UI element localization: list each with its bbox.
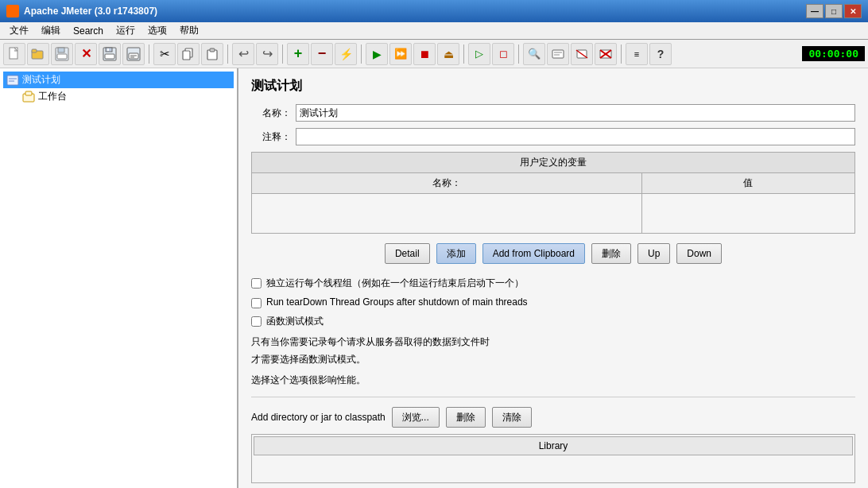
- tree-item-workbench[interactable]: 工作台: [19, 88, 234, 105]
- checkbox1-label: 独立运行每个线程组（例如在一个组运行结束后启动下一个）: [266, 277, 524, 290]
- sep1: [149, 45, 149, 64]
- checkbox3-label: 函数测试模式: [266, 315, 324, 328]
- test-plan-icon: [6, 74, 19, 87]
- vars-buttons: Detail 添加 Add from Clipboard 删除 Up Down: [251, 243, 855, 264]
- undo-button[interactable]: ↩: [232, 43, 254, 65]
- svg-rect-8: [105, 54, 114, 59]
- tree-item-workbench-label: 工作台: [38, 90, 67, 103]
- open-button[interactable]: [27, 43, 49, 65]
- minimize-button[interactable]: —: [806, 4, 823, 18]
- menu-options[interactable]: 选项: [141, 22, 173, 39]
- vars-title: 用户定义的变量: [251, 152, 855, 172]
- clear-all-button[interactable]: [595, 43, 617, 65]
- toolbar: ✕ ✂ ↩ ↪ + − ⚡ ▶ ⏩ ⏹ ⏏ ▷ ◻ 🔍: [0, 40, 868, 68]
- save-button[interactable]: [99, 43, 121, 65]
- redo-button[interactable]: ↪: [256, 43, 278, 65]
- remote-stop-button[interactable]: ◻: [492, 43, 514, 65]
- add-from-clipboard-button[interactable]: Add from Clipboard: [482, 243, 585, 264]
- panel-content: 测试计划 名称： 注释： 用户定义的变量 名称： 值: [238, 68, 868, 488]
- svg-rect-30: [25, 91, 32, 95]
- menu-bar: 文件 编辑 Search 运行 选项 帮助: [0, 22, 868, 40]
- library-cell: [254, 457, 853, 481]
- left-panel: 测试计划 工作台: [0, 68, 238, 488]
- svg-rect-2: [32, 49, 37, 52]
- svg-rect-5: [57, 54, 67, 59]
- checkbox1-row: 独立运行每个线程组（例如在一个组运行结束后启动下一个）: [251, 277, 855, 290]
- sep2: [227, 45, 228, 64]
- checkbox2[interactable]: [251, 298, 262, 308]
- sep5: [463, 45, 464, 64]
- comment-label: 注释：: [251, 130, 291, 144]
- menu-search[interactable]: Search: [67, 24, 110, 38]
- vars-section: 用户定义的变量 名称： 值: [251, 152, 855, 234]
- save-as-button[interactable]: [51, 43, 73, 65]
- new-button[interactable]: [3, 43, 25, 65]
- detail-button[interactable]: Detail: [385, 243, 430, 264]
- vars-table: 名称： 值: [251, 172, 855, 234]
- menu-file[interactable]: 文件: [3, 22, 35, 39]
- menu-help[interactable]: 帮助: [173, 22, 205, 39]
- clear-classpath-button[interactable]: 清除: [492, 407, 532, 428]
- help-toolbar-button[interactable]: ?: [649, 43, 672, 65]
- classpath-section: Add directory or jar to classpath 浏览... …: [251, 397, 855, 483]
- close-test-button[interactable]: ✕: [75, 43, 97, 65]
- checkbox2-label: Run tearDown Thread Groups after shutdow…: [266, 296, 528, 308]
- classpath-label: Add directory or jar to classpath: [251, 412, 386, 423]
- tree-child: 工作台: [19, 88, 234, 105]
- library-header: Library: [254, 436, 853, 455]
- copy-button[interactable]: [177, 43, 200, 65]
- remote-start-button[interactable]: ▷: [468, 43, 490, 65]
- right-panel: 测试计划 名称： 注释： 用户定义的变量 名称： 值: [238, 68, 868, 488]
- svg-rect-17: [210, 48, 215, 52]
- run-no-pause-button[interactable]: ⏩: [389, 43, 412, 65]
- sep6: [518, 45, 519, 64]
- browse-button[interactable]: 浏览...: [392, 407, 440, 428]
- down-button[interactable]: Down: [676, 243, 722, 264]
- library-empty-row: [254, 457, 853, 481]
- title-bar-text: Apache JMeter (3.0 r1743807): [24, 6, 806, 17]
- svg-rect-18: [552, 50, 564, 58]
- add-var-button[interactable]: 添加: [436, 243, 476, 264]
- sep7: [621, 45, 622, 64]
- timer-display: 00:00:00: [802, 46, 865, 61]
- tree-item-test-plan-label: 测试计划: [22, 73, 60, 87]
- comment-row: 注释：: [251, 128, 855, 145]
- delete-classpath-button[interactable]: 删除: [446, 407, 486, 428]
- log-button[interactable]: ≡: [626, 43, 648, 65]
- vars-name-cell: [252, 194, 642, 234]
- name-input[interactable]: [296, 104, 855, 122]
- delete-var-button[interactable]: 删除: [591, 243, 631, 264]
- cut-button[interactable]: ✂: [153, 43, 176, 65]
- svg-rect-9: [107, 48, 109, 51]
- info-text4: 选择这个选项很影响性能。: [251, 373, 855, 387]
- vars-empty-row: [252, 194, 855, 234]
- close-button[interactable]: ✕: [844, 4, 862, 18]
- remove-button[interactable]: −: [311, 43, 333, 65]
- title-bar-controls: — □ ✕: [806, 4, 862, 18]
- info-text2: 才需要选择函数测试模式。: [251, 352, 855, 366]
- stop-button[interactable]: ⏹: [413, 43, 436, 65]
- paste-button[interactable]: [201, 43, 223, 65]
- clear-button[interactable]: [571, 43, 593, 65]
- library-table: Library: [251, 434, 855, 483]
- add-button[interactable]: +: [287, 43, 309, 65]
- tree-item-test-plan[interactable]: 测试计划: [3, 72, 234, 88]
- shutdown-button[interactable]: ⏏: [437, 43, 459, 65]
- toggle-button[interactable]: ⚡: [335, 43, 357, 65]
- sep3: [282, 45, 283, 64]
- up-button[interactable]: Up: [637, 243, 670, 264]
- menu-edit[interactable]: 编辑: [35, 22, 67, 39]
- search-toolbar-button[interactable]: 🔍: [523, 43, 545, 65]
- results-button[interactable]: [547, 43, 569, 65]
- run-button[interactable]: ▶: [366, 43, 388, 65]
- panel-title: 测试计划: [251, 78, 855, 95]
- comment-input[interactable]: [296, 128, 855, 145]
- maximize-button[interactable]: □: [825, 4, 843, 18]
- checkbox1[interactable]: [251, 278, 262, 289]
- save-modified-button[interactable]: [122, 43, 145, 65]
- checkbox3[interactable]: [251, 316, 262, 327]
- vars-col-name: 名称：: [252, 173, 642, 194]
- checkbox2-row: Run tearDown Thread Groups after shutdow…: [251, 296, 855, 308]
- menu-run[interactable]: 运行: [110, 22, 141, 39]
- info-text1: 只有当你需要记录每个请求从服务器取得的数据到文件时: [251, 335, 855, 349]
